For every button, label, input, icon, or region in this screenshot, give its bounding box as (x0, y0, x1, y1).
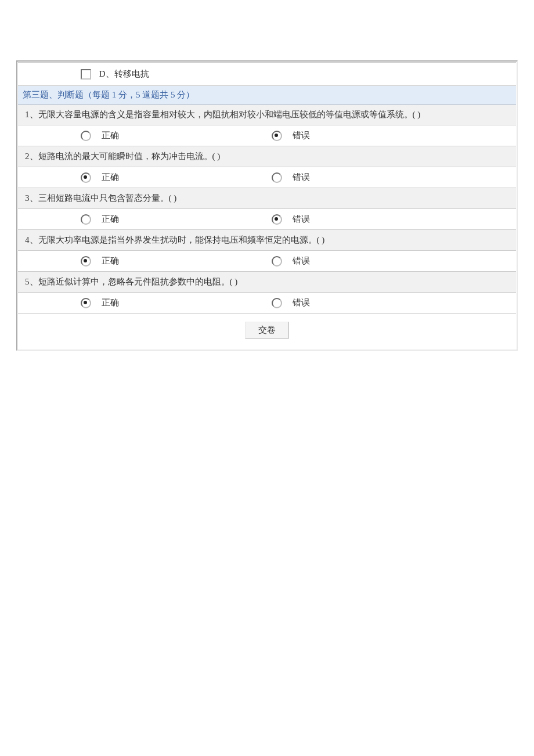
tf-row-1: 正确 错误 (18, 125, 516, 146)
section-header-judgment: 第三题、判断题（每题 1 分，5 道题共 5 分） (18, 86, 516, 105)
checkbox-option-d[interactable] (81, 69, 91, 80)
submit-row: 交卷 (18, 314, 516, 350)
label-q4-false: 错误 (293, 256, 310, 265)
label-q1-false: 错误 (293, 131, 310, 140)
question-2-number: 2、 (25, 152, 38, 161)
question-1-text: 无限大容量电源的含义是指容量相对较大，内阻抗相对较小和端电压较低的等值电源或等值… (38, 110, 421, 119)
question-5-number: 5、 (25, 277, 38, 286)
question-5-text: 短路近似计算中，忽略各元件阻抗参数中的电阻。( ) (38, 277, 238, 286)
radio-q5-false[interactable] (272, 298, 282, 308)
radio-q1-false[interactable] (272, 131, 282, 141)
question-row-2: 2、短路电流的最大可能瞬时值，称为冲击电流。( ) (18, 146, 516, 167)
radio-q4-true[interactable] (81, 256, 91, 267)
label-q5-true: 正确 (102, 298, 119, 307)
tf-row-2: 正确 错误 (18, 167, 516, 188)
label-q1-true: 正确 (102, 131, 119, 140)
question-row-5: 5、短路近似计算中，忽略各元件阻抗参数中的电阻。( ) (18, 272, 516, 293)
label-q5-false: 错误 (293, 298, 310, 307)
radio-q1-true[interactable] (81, 131, 91, 141)
exam-table: D、转移电抗 第三题、判断题（每题 1 分，5 道题共 5 分） 1、无限大容量… (18, 62, 516, 349)
label-q3-false: 错误 (293, 214, 310, 224)
tf-row-3: 正确 错误 (18, 209, 516, 230)
section-header-text: 第三题、判断题（每题 1 分，5 道题共 5 分） (18, 86, 516, 105)
radio-q3-true[interactable] (81, 214, 91, 225)
label-q2-false: 错误 (293, 172, 310, 182)
tf-row-4: 正确 错误 (18, 251, 516, 272)
question-2-text: 短路电流的最大可能瞬时值，称为冲击电流。( ) (38, 152, 221, 161)
question-3-number: 3、 (25, 193, 38, 203)
tf-row-5: 正确 错误 (18, 293, 516, 314)
radio-q5-true[interactable] (81, 298, 91, 308)
radio-q2-false[interactable] (272, 172, 282, 183)
question-row-4: 4、无限大功率电源是指当外界发生扰动时，能保持电压和频率恒定的电源。( ) (18, 230, 516, 251)
radio-q2-true[interactable] (81, 172, 91, 183)
radio-q4-false[interactable] (272, 256, 282, 267)
option-d-label: D、转移电抗 (99, 69, 149, 78)
question-row-3: 3、三相短路电流中只包含暂态分量。( ) (18, 188, 516, 209)
submit-button[interactable]: 交卷 (245, 322, 289, 339)
option-row-d: D、转移电抗 (18, 63, 516, 86)
question-3-text: 三相短路电流中只包含暂态分量。( ) (38, 193, 177, 203)
question-4-number: 4、 (25, 235, 38, 244)
radio-q3-false[interactable] (272, 214, 282, 225)
label-q3-true: 正确 (102, 214, 119, 224)
label-q4-true: 正确 (102, 256, 119, 265)
question-1-number: 1、 (25, 110, 38, 119)
question-4-text: 无限大功率电源是指当外界发生扰动时，能保持电压和频率恒定的电源。( ) (38, 235, 325, 244)
question-row-1: 1、无限大容量电源的含义是指容量相对较大，内阻抗相对较小和端电压较低的等值电源或… (18, 105, 516, 125)
label-q2-true: 正确 (102, 172, 119, 182)
